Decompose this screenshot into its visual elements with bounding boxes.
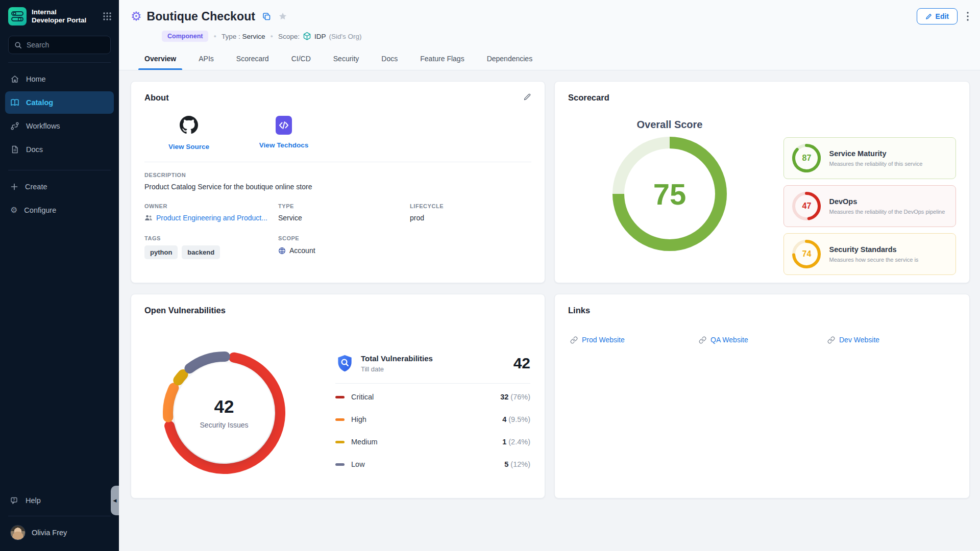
- user-menu[interactable]: Olivia Frey: [5, 520, 114, 545]
- sidebar-item-create[interactable]: Create: [5, 176, 114, 198]
- scorecard-item-devops[interactable]: 47 DevOps Measures the reliability of th…: [783, 185, 956, 227]
- links-title: Links: [568, 306, 956, 315]
- scorecard-item-service-maturity[interactable]: 87 Service Maturity Measures the reliabi…: [783, 137, 956, 179]
- scorecard-item-desc: Measures the reliability of the DevOps p…: [829, 209, 945, 215]
- severity-row-medium: Medium 1 (2.4%): [335, 431, 530, 453]
- tab-scorecard[interactable]: Scorecard: [236, 47, 269, 70]
- user-avatar: [10, 525, 26, 540]
- description-label: DESCRIPTION: [144, 172, 531, 178]
- sidebar-item-docs[interactable]: Docs: [5, 138, 114, 161]
- type-value: Service: [278, 214, 410, 222]
- scorecard-card: Scorecard Overall Score 75 87 Service Ma…: [554, 81, 970, 283]
- links-card: Links Prod Website QA Website Dev Websit…: [554, 294, 970, 498]
- sidebar-item-workflows[interactable]: Workflows: [5, 115, 114, 137]
- sidebar-collapse-handle[interactable]: ◀: [111, 486, 119, 515]
- donut-total: 42: [214, 396, 234, 417]
- edit-button[interactable]: Edit: [917, 8, 958, 24]
- tab-dependencies[interactable]: Dependencies: [487, 47, 533, 70]
- overall-score-label: Overall Score: [612, 119, 727, 131]
- github-icon: [180, 116, 198, 136]
- group-icon: [144, 214, 153, 221]
- user-name: Olivia Frey: [32, 529, 67, 537]
- plus-icon: [10, 183, 18, 191]
- link-chain-icon: [827, 336, 835, 344]
- tab-apis[interactable]: APIs: [199, 47, 214, 70]
- link-chain-icon: [570, 336, 578, 344]
- sidebar-item-home[interactable]: Home: [5, 68, 114, 90]
- scorecard-item-desc: Measures the reliability of this service: [829, 161, 922, 167]
- divider: [8, 516, 111, 516]
- view-source-block: View Source: [166, 116, 212, 151]
- search-box[interactable]: [8, 36, 111, 54]
- tab-cicd[interactable]: CI/CD: [291, 47, 311, 70]
- owner-link[interactable]: Product Engineering and Product...: [156, 214, 267, 222]
- severity-dash: [335, 418, 345, 421]
- page-title: Boutique Checkout: [147, 10, 256, 23]
- overall-score-ring: 75: [612, 137, 727, 251]
- lifecycle-value: prod: [410, 214, 531, 222]
- about-edit-icon[interactable]: [523, 93, 531, 101]
- description-value: Product Catalog Service for the boutique…: [144, 183, 531, 191]
- vulnerabilities-summary: Total Vulnerabilities Till date 42 Criti…: [335, 354, 530, 475]
- dot-separator: ●: [270, 34, 273, 39]
- tab-docs[interactable]: Docs: [381, 47, 398, 70]
- pencil-icon: [925, 13, 932, 20]
- page-header: ⚙ Boutique Checkout Edit: [119, 0, 980, 42]
- view-source-link[interactable]: View Source: [168, 143, 209, 151]
- kind-badge: Component: [162, 31, 208, 42]
- severity-dash: [335, 463, 345, 466]
- brand: Internal Developer Portal: [0, 0, 119, 26]
- favorite-star-icon[interactable]: [278, 12, 287, 21]
- type-field: TYPE Service: [278, 203, 410, 222]
- scope-field: SCOPE Account: [278, 235, 410, 259]
- sidebar-actions: Create ⚙ Configure: [0, 170, 119, 222]
- copy-icon[interactable]: [262, 12, 271, 21]
- sidebar-item-label: Catalog: [26, 98, 53, 107]
- sidebar-item-label: Workflows: [26, 122, 60, 130]
- app-title: Internal Developer Portal: [32, 8, 97, 24]
- divider: [335, 383, 530, 384]
- component-gear-icon: ⚙: [131, 10, 142, 22]
- sidebar-item-help[interactable]: ? Help: [5, 489, 114, 512]
- severity-row-critical: Critical 32 (76%): [335, 386, 530, 408]
- apps-grid-icon[interactable]: [103, 12, 112, 21]
- vulnerabilities-card: Open Vulnerabilities 42 Security Issues: [131, 294, 545, 498]
- scorecard-title: Scorecard: [568, 93, 956, 103]
- main-area: ⚙ Boutique Checkout Edit: [119, 0, 980, 551]
- tab-feature-flags[interactable]: Feature Flags: [420, 47, 464, 70]
- link-qa-website[interactable]: QA Website: [699, 336, 827, 344]
- account-scope-icon: [278, 247, 286, 255]
- tab-bar: Overview APIs Scorecard CI/CD Security D…: [119, 47, 980, 70]
- severity-dash: [335, 441, 345, 443]
- scope-org: (Sid's Org): [329, 33, 361, 40]
- scorecard-item-desc: Measures how secure the service is: [829, 257, 918, 263]
- sidebar-item-label: Help: [26, 496, 41, 505]
- link-chain-icon: [699, 336, 706, 344]
- lifecycle-field: LIFECYCLE prod: [410, 203, 531, 222]
- search-input[interactable]: [27, 41, 105, 49]
- tag-chip[interactable]: python: [144, 245, 178, 259]
- severity-list: Critical 32 (76%) High 4 (9.5%) Medium 1…: [335, 386, 530, 475]
- more-options-icon[interactable]: [967, 12, 969, 21]
- link-dev-website[interactable]: Dev Website: [827, 336, 956, 344]
- view-techdocs-block: View Techdocs: [261, 116, 307, 151]
- tag-chip[interactable]: backend: [182, 245, 220, 259]
- scorecard-item-security-standards[interactable]: 74 Security Standards Measures how secur…: [783, 233, 956, 275]
- gear-icon: ⚙: [10, 206, 17, 214]
- content-grid: About View Source: [119, 70, 980, 551]
- dot-separator: ●: [213, 34, 216, 39]
- entity-meta: Component ● Type : Service ● Scope: IDP …: [162, 31, 969, 42]
- vulnerabilities-title: Open Vulnerabilities: [144, 306, 531, 315]
- sidebar-item-catalog[interactable]: Catalog: [5, 91, 114, 114]
- about-card: About View Source: [131, 81, 545, 283]
- scorecard-item-name: Security Standards: [829, 245, 918, 254]
- scope-value: Account: [289, 246, 315, 255]
- severity-row-high: High 4 (9.5%): [335, 408, 530, 431]
- divider: [144, 162, 531, 162]
- tab-overview[interactable]: Overview: [144, 47, 176, 70]
- tab-security[interactable]: Security: [333, 47, 359, 70]
- view-techdocs-link[interactable]: View Techdocs: [259, 141, 308, 149]
- sidebar-item-label: Home: [26, 75, 46, 83]
- sidebar-item-configure[interactable]: ⚙ Configure: [5, 199, 114, 221]
- link-prod-website[interactable]: Prod Website: [570, 336, 699, 344]
